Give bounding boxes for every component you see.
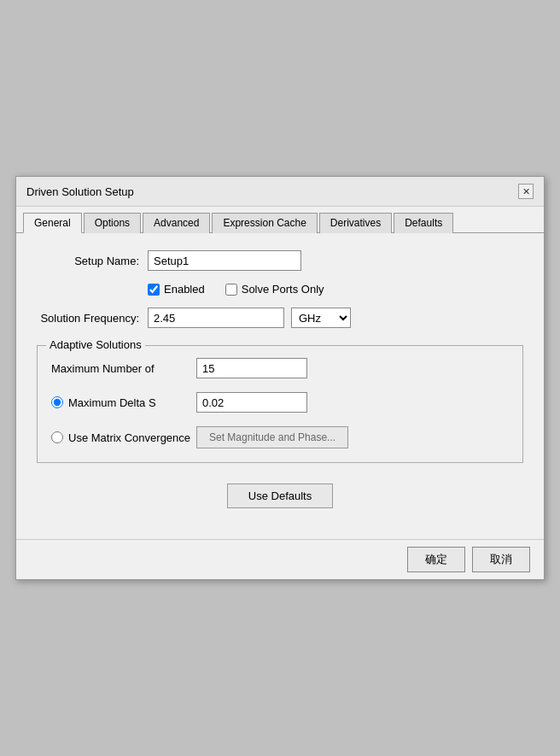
solution-freq-label: Solution Frequency:	[37, 312, 139, 325]
max-delta-s-row: Maximum Delta S	[51, 392, 509, 413]
tab-defaults[interactable]: Defaults	[394, 213, 453, 233]
freq-unit-select[interactable]: GHz MHz kHz Hz	[291, 308, 351, 328]
solution-freq-row: Solution Frequency: GHz MHz kHz Hz	[37, 308, 523, 328]
max-delta-s-radio[interactable]	[51, 396, 63, 408]
tab-bar: General Options Advanced Expression Cach…	[16, 207, 544, 233]
tab-general[interactable]: General	[23, 213, 82, 233]
ok-button[interactable]: 确定	[407, 547, 465, 572]
max-number-label: Maximum Number of	[51, 362, 196, 375]
matrix-convergence-text: Use Matrix Convergence	[68, 431, 190, 444]
bottom-buttons: Use Defaults	[37, 483, 523, 508]
freq-unit-container: GHz MHz kHz Hz	[291, 308, 351, 328]
enabled-label: Enabled	[164, 283, 205, 296]
tab-options[interactable]: Options	[84, 213, 141, 233]
max-number-input[interactable]	[196, 358, 307, 378]
max-delta-s-input[interactable]	[196, 392, 307, 413]
setup-name-label: Setup Name:	[37, 255, 139, 267]
close-button[interactable]: ✕	[518, 184, 534, 199]
checkbox-row: Enabled Solve Ports Only	[37, 283, 523, 296]
solve-ports-only-text: Solve Ports Only	[242, 283, 324, 296]
title-bar: Driven Solution Setup ✕	[16, 177, 544, 207]
use-defaults-button[interactable]: Use Defaults	[227, 483, 333, 508]
max-number-row: Maximum Number of	[51, 358, 509, 378]
enabled-checkbox[interactable]	[148, 284, 160, 296]
close-icon: ✕	[522, 186, 530, 197]
matrix-convergence-row: Use Matrix Convergence Set Magnitude and…	[51, 426, 509, 448]
max-delta-s-label[interactable]: Maximum Delta S	[51, 396, 196, 409]
set-magnitude-phase-button[interactable]: Set Magnitude and Phase...	[196, 426, 348, 448]
content-area: Setup Name: Enabled Solve Ports Only Sol…	[16, 233, 544, 539]
adaptive-solutions-group: Adaptive Solutions Maximum Number of Max…	[37, 345, 523, 463]
max-delta-s-text: Maximum Delta S	[68, 396, 156, 409]
cancel-button[interactable]: 取消	[472, 547, 530, 572]
enabled-checkbox-label[interactable]: Enabled	[148, 283, 205, 296]
dialog-title: Driven Solution Setup	[26, 185, 134, 198]
solve-ports-only-label[interactable]: Solve Ports Only	[225, 283, 324, 296]
matrix-convergence-radio[interactable]	[51, 431, 63, 443]
setup-name-input[interactable]	[148, 250, 301, 271]
driven-solution-dialog: Driven Solution Setup ✕ General Options …	[15, 176, 545, 580]
solve-ports-only-checkbox[interactable]	[225, 284, 237, 296]
setup-name-row: Setup Name:	[37, 250, 523, 271]
tab-derivatives[interactable]: Derivatives	[319, 213, 392, 233]
group-legend: Adaptive Solutions	[46, 338, 145, 351]
matrix-convergence-label[interactable]: Use Matrix Convergence	[51, 431, 196, 444]
footer: 确定 取消	[16, 539, 544, 579]
tab-advanced[interactable]: Advanced	[143, 213, 210, 233]
tab-expression-cache[interactable]: Expression Cache	[212, 213, 317, 233]
solution-freq-input[interactable]	[148, 308, 284, 328]
